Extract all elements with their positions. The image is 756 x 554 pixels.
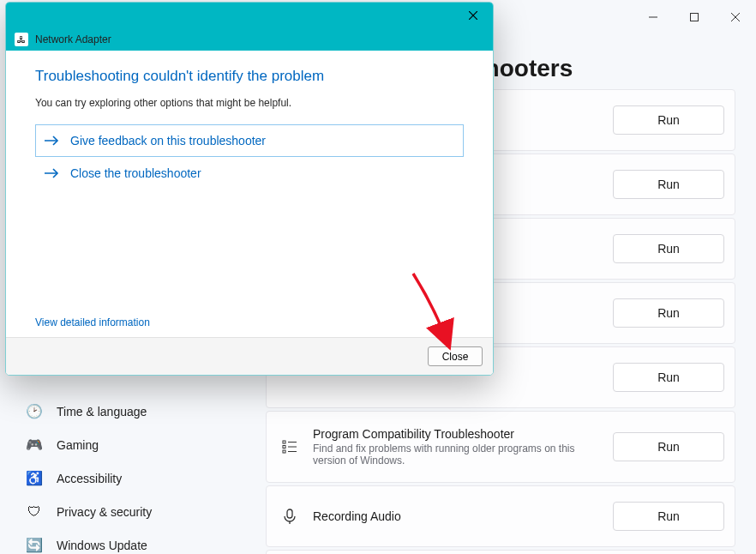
sidebar-item-label: Windows Update — [57, 539, 147, 552]
dialog-titlebar — [6, 3, 493, 28]
sidebar-item-windows-update[interactable]: 🔄Windows Update — [5, 528, 261, 554]
option-close-troubleshooter[interactable]: Close the troubleshooter — [35, 157, 464, 190]
update-icon: 🔄 — [26, 537, 43, 554]
run-button[interactable]: Run — [613, 363, 724, 392]
sidebar-item-time-language[interactable]: 🕑Time & language — [5, 394, 261, 428]
arrow-right-icon — [45, 167, 60, 179]
svg-rect-4 — [283, 441, 285, 443]
run-button[interactable]: Run — [613, 432, 724, 461]
minimize-icon — [649, 13, 657, 21]
list-icon — [280, 437, 299, 456]
troubleshoot-item-recording-audio: Recording AudioRun — [266, 485, 735, 547]
option-give-feedback-label: Give feedback on this troubleshooter — [70, 134, 266, 148]
close-button[interactable]: Close — [428, 346, 483, 366]
dialog-footer: Close — [6, 337, 493, 375]
run-button[interactable]: Run — [613, 105, 724, 135]
troubleshooter-text: Program Compatibility TroubleshooterFind… — [313, 427, 599, 467]
gamepad-icon: 🎮 — [26, 437, 43, 454]
troubleshoot-item-search-indexing: Search and IndexingFind and fix problems… — [266, 550, 735, 554]
dialog-close-x-button[interactable] — [453, 3, 493, 28]
svg-rect-6 — [283, 446, 285, 449]
network-adapter-icon: 🖧 — [15, 33, 28, 46]
troubleshoot-item-program-compat: Program Compatibility TroubleshooterFind… — [266, 411, 735, 483]
troubleshooter-description: Find and fix problems with running older… — [313, 443, 599, 467]
troubleshooter-title: Program Compatibility Troubleshooter — [313, 427, 599, 441]
dialog-app-title: 🖧 Network Adapter — [6, 28, 493, 51]
maximize-icon — [690, 13, 699, 21]
run-button[interactable]: Run — [613, 298, 724, 328]
sidebar-item-privacy-security[interactable]: 🛡Privacy & security — [5, 495, 261, 528]
dialog-content: Troubleshooting couldn't identify the pr… — [6, 51, 493, 337]
run-button[interactable]: Run — [613, 170, 724, 199]
close-icon — [731, 13, 740, 21]
sidebar-item-label: Time & language — [57, 405, 147, 419]
svg-rect-8 — [283, 450, 285, 453]
sidebar-item-label: Accessibility — [57, 472, 122, 485]
svg-rect-1 — [691, 14, 699, 21]
microphone-icon — [280, 507, 299, 526]
accessibility-icon: ♿ — [26, 470, 43, 487]
sidebar-item-label: Gaming — [57, 438, 99, 452]
clock-icon: 🕑 — [26, 403, 43, 420]
troubleshooter-text: Recording Audio — [313, 509, 599, 523]
view-detailed-info-link[interactable]: View detailed information — [35, 316, 464, 328]
dialog-app-title-text: Network Adapter — [35, 33, 111, 45]
sidebar-item-accessibility[interactable]: ♿Accessibility — [5, 461, 261, 495]
troubleshooter-title: Recording Audio — [313, 509, 599, 523]
close-window-button[interactable] — [715, 0, 756, 34]
maximize-button[interactable] — [674, 0, 715, 34]
arrow-right-icon — [45, 135, 60, 147]
option-give-feedback[interactable]: Give feedback on this troubleshooter — [35, 124, 464, 157]
minimize-button[interactable] — [633, 0, 674, 34]
shield-icon: 🛡 — [26, 503, 43, 521]
svg-rect-10 — [287, 509, 292, 518]
sidebar-item-label: Privacy & security — [57, 505, 152, 519]
sidebar-item-gaming[interactable]: 🎮Gaming — [5, 428, 261, 461]
close-icon — [469, 11, 477, 20]
run-button[interactable]: Run — [613, 502, 724, 531]
dialog-heading: Troubleshooting couldn't identify the pr… — [35, 68, 464, 85]
run-button[interactable]: Run — [613, 234, 724, 263]
page-title: shooters — [471, 45, 735, 89]
option-close-troubleshooter-label: Close the troubleshooter — [70, 166, 201, 180]
troubleshooter-dialog: 🖧 Network Adapter Troubleshooting couldn… — [5, 2, 494, 376]
dialog-subtext: You can try exploring other options that… — [35, 97, 464, 109]
